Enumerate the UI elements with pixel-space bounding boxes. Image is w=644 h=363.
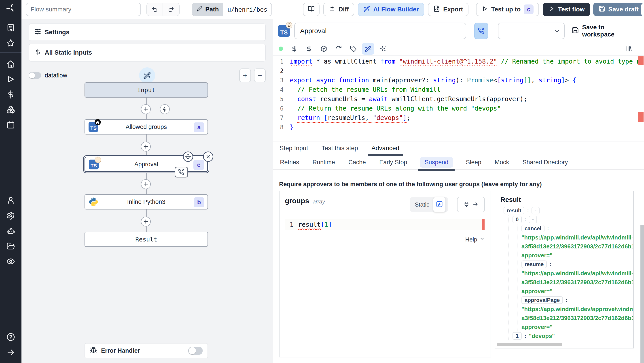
code-line[interactable]: 7 return [resumeUrls, "devops"]; <box>273 113 644 123</box>
tag-icon[interactable] <box>347 43 360 55</box>
help-icon[interactable] <box>0 329 22 345</box>
lsp-status-dot <box>278 47 283 51</box>
code-line[interactable]: 2 <box>273 66 644 76</box>
ai-flow-builder-button[interactable]: AI Flow Builder <box>358 3 424 16</box>
collapse-toggle[interactable]: - <box>529 216 537 223</box>
expand-sidebar-arrow-icon[interactable] <box>0 345 22 360</box>
flow-settings-button[interactable]: Settings <box>28 24 266 41</box>
groups-expression-editor[interactable]: 1 result[1] <box>285 219 485 230</box>
json-key-pill[interactable]: resume <box>522 260 547 268</box>
reload-icon[interactable] <box>332 43 345 55</box>
code-line[interactable]: 3export async function main(approver?: s… <box>273 76 644 85</box>
save-draft-button[interactable]: Save draft <box>593 3 644 16</box>
audit-eye-icon[interactable] <box>0 254 22 269</box>
connect-input-button[interactable] <box>457 197 485 212</box>
add-step-button[interactable] <box>141 179 151 189</box>
settings-gear-icon[interactable] <box>0 208 22 223</box>
step-node-inline-python3[interactable]: Inline Python3 b <box>84 194 208 209</box>
result-node[interactable]: Result <box>84 232 208 247</box>
error-bar <box>482 219 484 230</box>
error-handler-card[interactable]: Error Handler <box>84 343 208 358</box>
variables-dollar-icon[interactable] <box>0 87 22 102</box>
folders-icon[interactable] <box>0 239 22 254</box>
tab-early-stop[interactable]: Early Stop <box>378 157 408 168</box>
tab-sleep[interactable]: Sleep <box>465 157 482 168</box>
ai-wand-icon[interactable] <box>362 43 374 55</box>
code-line[interactable]: 6 // Return the resume URLs along with t… <box>273 104 644 113</box>
tab-cache[interactable]: Cache <box>348 157 367 168</box>
windmill-logo-icon[interactable] <box>6 3 16 14</box>
resources-boxes-icon[interactable] <box>0 102 22 117</box>
tab-mock[interactable]: Mock <box>494 157 510 168</box>
json-key-pill[interactable]: approvalPage <box>522 296 563 304</box>
redo-button[interactable] <box>163 3 179 16</box>
tab-advanced[interactable]: Advanced <box>371 142 400 154</box>
code-line[interactable]: 8} <box>273 123 644 132</box>
json-key-pill[interactable]: 0 <box>512 216 522 223</box>
delete-step-button[interactable] <box>203 152 213 162</box>
json-key-pill[interactable]: cancel <box>522 225 544 232</box>
code-line[interactable]: 4 // Fetch the resume URLs from Windmill <box>273 85 644 95</box>
suspend-heading: Require approvers to be members of one o… <box>279 181 644 188</box>
path-value[interactable]: u/henri/bes <box>224 3 272 16</box>
all-static-inputs-button[interactable]: All Static Inputs <box>28 44 266 62</box>
tab-test-this-step[interactable]: Test this step <box>321 142 358 154</box>
input-node[interactable]: Input <box>84 82 208 98</box>
test-flow-button[interactable]: Test flow <box>543 3 590 16</box>
code-line[interactable]: 5 const resumeUrls = await wmillClient.g… <box>273 95 644 104</box>
tab-runtime[interactable]: Runtime <box>312 157 336 168</box>
clipped-button[interactable] <box>641 3 644 16</box>
home-icon[interactable] <box>0 56 22 72</box>
code-editor[interactable]: 1import * as wmillClient from "windmill-… <box>273 55 644 141</box>
collapse-toggle[interactable]: - <box>532 207 540 214</box>
move-step-button[interactable] <box>183 152 193 162</box>
undo-button[interactable] <box>147 3 163 16</box>
path-chip[interactable]: Path u/henri/bes <box>192 3 272 16</box>
javascript-expr-option[interactable] <box>433 197 446 212</box>
library-icon[interactable] <box>622 43 635 55</box>
export-button[interactable]: Export <box>428 3 468 16</box>
zoom-out-button[interactable]: − <box>254 69 266 82</box>
tab-shared-directory[interactable]: Shared Directory <box>522 157 569 168</box>
favorites-star-icon[interactable] <box>0 35 22 51</box>
static-option[interactable]: Static <box>415 201 429 208</box>
add-step-button[interactable] <box>141 217 151 226</box>
tab-step-input[interactable]: Step Input <box>279 142 308 154</box>
add-step-button[interactable] <box>141 142 151 152</box>
tab-suspend[interactable]: Suspend <box>420 157 454 168</box>
error-handler-toggle[interactable] <box>188 347 202 355</box>
package-icon[interactable] <box>318 43 330 55</box>
line-number: 1 <box>273 57 290 66</box>
docs-book-button[interactable] <box>303 3 320 16</box>
user-icon[interactable] <box>0 193 22 208</box>
schedules-calendar-icon[interactable] <box>0 117 22 133</box>
diff-button[interactable]: Diff <box>323 3 354 16</box>
variables-dollar-icon[interactable] <box>288 43 300 55</box>
horizontal-scrollbar[interactable] <box>497 343 562 346</box>
step-node-approval-selected[interactable]: TS Approval c <box>84 157 208 172</box>
tab-retries[interactable]: Retries <box>279 157 300 168</box>
flow-summary-input[interactable] <box>26 3 141 16</box>
suspend-approval-button[interactable] <box>474 23 488 39</box>
save-to-workspace-button[interactable]: Save to workspace <box>572 24 638 38</box>
ai-wand-button[interactable] <box>139 67 155 84</box>
runs-play-icon[interactable] <box>0 72 22 87</box>
test-up-to-button[interactable]: Test up to c <box>476 3 539 16</box>
add-step-button[interactable] <box>141 104 151 114</box>
workers-robot-icon[interactable] <box>0 223 22 239</box>
step-node-allowed-groups[interactable]: TS Allowed groups a <box>84 119 208 135</box>
step-name-input[interactable] <box>294 23 466 39</box>
dataflow-toggle[interactable] <box>28 72 41 79</box>
workspace-icon[interactable] <box>0 20 22 35</box>
vertical-scrollbar[interactable] <box>640 225 644 363</box>
resources-dollar-icon[interactable] <box>303 43 315 55</box>
json-key-pill[interactable]: result <box>504 207 524 214</box>
script-version-select[interactable] <box>498 23 565 39</box>
help-dropdown[interactable]: Help <box>285 236 485 243</box>
add-trigger-button[interactable] <box>160 104 170 114</box>
json-key-pill[interactable]: 1 <box>512 332 522 340</box>
code-line[interactable]: 1import * as wmillClient from "windmill-… <box>273 57 644 66</box>
ai-sparkles-icon[interactable] <box>376 43 389 55</box>
zoom-in-button[interactable]: + <box>239 69 251 82</box>
save-icon <box>572 27 579 35</box>
